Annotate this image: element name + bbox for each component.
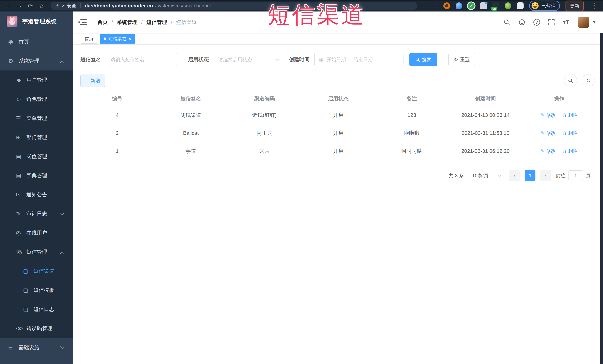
goto-page-input[interactable] bbox=[568, 170, 583, 181]
browser-back-icon[interactable]: ← bbox=[3, 2, 13, 9]
signature-input[interactable] bbox=[106, 53, 177, 66]
add-button-label: 新增 bbox=[90, 77, 100, 84]
breadcrumb-sms-management[interactable]: 短信管理 bbox=[146, 19, 167, 26]
sidebar-item-sms-management[interactable]: ☏ 短信管理 bbox=[0, 242, 73, 262]
cell-code: 调试(钉钉) bbox=[228, 112, 302, 119]
cell-status: 开启 bbox=[302, 112, 375, 119]
search-icon[interactable] bbox=[503, 19, 510, 26]
cell-created: 2021-04-13 00:23:14 bbox=[449, 112, 522, 118]
sidebar-item-role-management[interactable]: ☺ 角色管理 bbox=[0, 89, 73, 109]
sidebar-menu: ◉ 首页 ⚙ 系统管理 ☻ 用户管理 ☺ 角色管理 ☰ 菜单管理 ⊞ 部门管理 bbox=[0, 32, 73, 357]
chevron-up-icon bbox=[60, 252, 64, 256]
page-size-select[interactable]: 10条/页 bbox=[469, 170, 504, 181]
sidebar-item-user-management[interactable]: ☻ 用户管理 bbox=[0, 70, 73, 89]
sidebar-item-sms-log[interactable]: ▢ 短信日志 bbox=[0, 300, 73, 319]
tags-view-bar: 首页 短信渠道 × bbox=[73, 33, 603, 44]
browser-forward-icon[interactable]: → bbox=[14, 2, 24, 9]
chevron-left-icon: ‹ bbox=[513, 172, 515, 179]
breadcrumb-home[interactable]: 首页 bbox=[97, 19, 108, 26]
github-icon[interactable] bbox=[518, 19, 526, 26]
watermark-title: 短信渠道 bbox=[268, 0, 366, 30]
sidebar-item-infrastructure[interactable]: ⊟ 基础设施 bbox=[0, 338, 73, 357]
extension-drop-icon[interactable] bbox=[456, 2, 462, 9]
sidebar-item-label: 短信模板 bbox=[34, 287, 54, 294]
sidebar-item-sms-template[interactable]: ▢ 短信模板 bbox=[0, 281, 73, 300]
extension-orange-icon[interactable] bbox=[443, 2, 450, 9]
toggle-search-button[interactable] bbox=[564, 74, 577, 87]
edit-link[interactable]: ✎ 修改 bbox=[541, 112, 556, 119]
sidebar-item-audit-log[interactable]: ✎ 审计日志 bbox=[0, 204, 73, 223]
sidebar-item-post-management[interactable]: ▣ 岗位管理 bbox=[0, 147, 73, 166]
extension-grid-icon[interactable] bbox=[480, 2, 487, 9]
browser-reload-icon[interactable]: ⟳ bbox=[26, 2, 35, 9]
profile-emoji-icon bbox=[532, 2, 539, 9]
sidebar-item-system-management[interactable]: ⚙ 系统管理 bbox=[0, 51, 73, 70]
edit-link[interactable]: ✎ 修改 bbox=[541, 148, 556, 154]
column-header-code: 渠道编码 bbox=[228, 95, 302, 102]
browser-update-button[interactable]: 更新 bbox=[566, 0, 584, 11]
sidebar-logo-row[interactable]: 芋道管理系统 bbox=[0, 11, 73, 31]
edit-link[interactable]: ✎ 修改 bbox=[541, 130, 556, 136]
font-size-icon[interactable]: тT bbox=[563, 19, 569, 26]
sidebar-item-label: 菜单管理 bbox=[26, 115, 47, 122]
extension-leaf-icon[interactable] bbox=[505, 2, 511, 9]
extension-switch-icon[interactable] bbox=[492, 2, 499, 9]
edit-icon: ✎ bbox=[541, 130, 545, 136]
breadcrumb-system-management[interactable]: 系统管理 bbox=[117, 19, 138, 26]
page-unit-label: 页 bbox=[586, 172, 591, 179]
breadcrumb-current: 短信渠道 bbox=[176, 19, 197, 26]
sidebar-item-department-management[interactable]: ⊞ 部门管理 bbox=[0, 128, 73, 147]
search-button[interactable]: 搜索 bbox=[409, 53, 437, 66]
prev-page-button[interactable]: ‹ bbox=[509, 170, 520, 181]
add-button[interactable]: + 新增 bbox=[80, 75, 105, 87]
sidebar-item-home[interactable]: ◉ 首页 bbox=[0, 32, 73, 51]
sidebar-item-notice[interactable]: ✉ 通知公告 bbox=[0, 185, 73, 204]
page-scrollbar[interactable] bbox=[600, 33, 603, 364]
reset-button[interactable]: ↻ 重置 bbox=[448, 53, 475, 66]
fullscreen-icon[interactable] bbox=[548, 19, 555, 26]
browser-menu-icon[interactable]: ⋮ bbox=[591, 2, 598, 10]
notice-icon: ✉ bbox=[16, 191, 25, 198]
table-tools: ↻ bbox=[564, 74, 595, 87]
delete-link[interactable]: 删除 bbox=[562, 148, 578, 154]
current-page-button[interactable]: 1 bbox=[525, 170, 535, 181]
status-placeholder: 请选择启用状态 bbox=[218, 56, 252, 63]
extension-check-icon[interactable]: ✓ bbox=[468, 2, 475, 9]
help-icon[interactable]: ? bbox=[533, 19, 540, 26]
online-users-icon: ◎ bbox=[16, 230, 25, 236]
sidebar-item-online-users[interactable]: ◎ 在线用户 bbox=[0, 223, 73, 242]
sidebar-collapse-icon[interactable] bbox=[79, 19, 87, 26]
close-icon[interactable]: × bbox=[128, 36, 131, 41]
refresh-table-button[interactable]: ↻ bbox=[582, 74, 595, 87]
chevron-down-icon bbox=[60, 211, 64, 215]
status-select[interactable]: 请选择启用状态 bbox=[214, 53, 283, 66]
delete-link[interactable]: 删除 bbox=[562, 112, 578, 119]
sidebar-item-sms-channel[interactable]: ▢ 短信渠道 bbox=[0, 262, 73, 281]
extensions-puzzle-icon[interactable] bbox=[517, 2, 523, 9]
tab-home[interactable]: 首页 bbox=[81, 34, 97, 44]
profile-paused-badge[interactable]: 已暂停 bbox=[529, 0, 560, 11]
sidebar-item-label: 首页 bbox=[19, 38, 29, 45]
active-tab-dot-icon bbox=[104, 37, 106, 40]
bookmark-star-icon[interactable]: ☆ bbox=[432, 2, 438, 10]
cell-signature: 测试渠道 bbox=[154, 112, 228, 119]
app-logo-rabbit-icon bbox=[7, 16, 17, 27]
sidebar-item-label: 通知公告 bbox=[26, 191, 47, 198]
tab-sms-channel[interactable]: 短信渠道 × bbox=[100, 34, 135, 44]
delete-link[interactable]: 删除 bbox=[562, 130, 578, 136]
url-host: dashboard.yudao.iocoder.cn bbox=[85, 3, 153, 9]
sidebar-item-error-code-management[interactable]: </> 错误码管理 bbox=[0, 319, 73, 338]
sidebar-item-dictionary-management[interactable]: ▤ 字典管理 bbox=[0, 166, 73, 185]
chevron-down-icon bbox=[60, 345, 64, 349]
user-menu[interactable]: ▼ bbox=[578, 17, 596, 28]
chevron-right-icon: › bbox=[545, 172, 546, 179]
cell-code: 云片 bbox=[228, 148, 302, 155]
sidebar-item-label: 审计日志 bbox=[26, 210, 47, 217]
delete-label: 删除 bbox=[568, 148, 578, 154]
sidebar-item-menu-management[interactable]: ☰ 菜单管理 bbox=[0, 109, 73, 128]
date-range-picker[interactable]: ▦ 开始日期 - 结束日期 bbox=[314, 53, 404, 66]
browser-home-icon[interactable]: ⌂ bbox=[37, 2, 46, 9]
search-button-label: 搜索 bbox=[422, 56, 431, 63]
edit-label: 修改 bbox=[546, 112, 556, 119]
next-page-button[interactable]: › bbox=[540, 170, 551, 181]
